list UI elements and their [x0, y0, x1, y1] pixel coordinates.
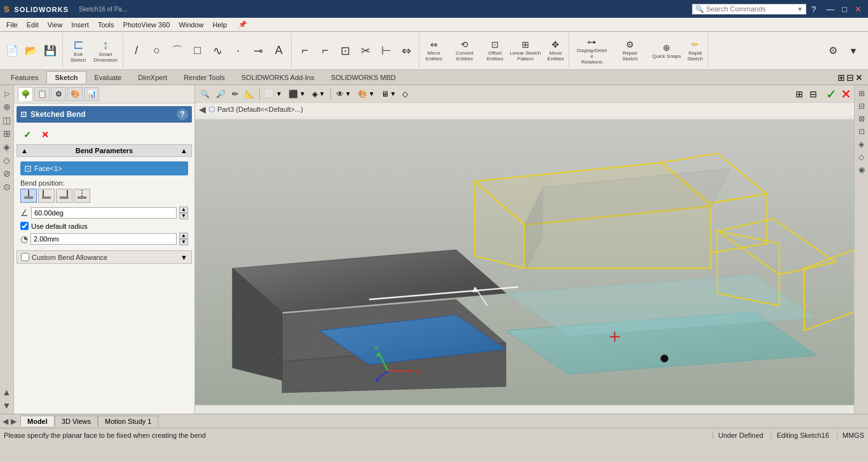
vp-scene-btn[interactable]: 🖥▼	[379, 88, 399, 100]
pin-button[interactable]: 📌	[234, 19, 251, 30]
vp-search-btn[interactable]: 🔍	[198, 88, 212, 100]
settings-button[interactable]: ⚙	[824, 43, 843, 58]
close-button[interactable]: ✕	[852, 4, 864, 14]
panel-tab-features[interactable]: 🌳	[18, 87, 33, 101]
ls-tool2[interactable]: ◫	[1, 114, 13, 126]
feature-help-icon[interactable]: ?	[177, 109, 188, 120]
bottom-nav-left[interactable]: ◀	[3, 417, 8, 426]
tab-sketch[interactable]: Sketch	[46, 71, 86, 83]
rs-btn-4[interactable]: ⊡	[856, 126, 867, 137]
rapid-sketch-button[interactable]: ✏ RapidSketch	[685, 38, 705, 63]
ls-tool6[interactable]: ⊘	[1, 168, 13, 179]
vp-view-btn[interactable]: ⬛▼	[286, 88, 308, 100]
tab-solidworks-mbd[interactable]: SOLIDWORKS MBD	[323, 71, 404, 83]
mirror-tool[interactable]: ⇔	[397, 43, 416, 59]
menu-window[interactable]: Window	[175, 20, 207, 30]
options-button[interactable]: ▼	[844, 44, 863, 57]
bottom-nav-right[interactable]: ▶	[11, 417, 17, 426]
panel-tab-custom[interactable]: 📊	[84, 87, 99, 101]
rs-btn-7[interactable]: ◉	[856, 164, 867, 175]
angle-up[interactable]: ▲	[179, 207, 188, 213]
open-button[interactable]: 📂	[22, 44, 41, 57]
custom-bend-checkbox[interactable]	[21, 253, 29, 261]
radius-input[interactable]	[31, 233, 177, 245]
expand-left-icon[interactable]: ⊞	[837, 72, 845, 83]
default-radius-checkbox[interactable]	[20, 222, 29, 230]
trim-tool[interactable]: ✂	[356, 43, 376, 59]
confirm-checkmark[interactable]: ✓	[826, 86, 837, 102]
offset-entities-button[interactable]: ⊡ OffsetEntities	[484, 38, 506, 63]
tab-dimxpert[interactable]: DimXpert	[130, 71, 175, 83]
text-tool[interactable]: A	[269, 43, 288, 58]
tab-features[interactable]: Features	[3, 71, 46, 83]
mirror-entities-button[interactable]: ⇔ MirrorEntities	[423, 38, 445, 63]
tab-render-tools[interactable]: Render Tools	[175, 71, 233, 83]
search-input[interactable]	[706, 5, 795, 13]
vp-view-selector[interactable]: ⊞	[793, 88, 806, 100]
save-button[interactable]: 💾	[41, 44, 60, 57]
bend-pos-3[interactable]	[56, 189, 72, 203]
vp-split-view[interactable]: ⊟	[807, 88, 820, 100]
close-panel-icon[interactable]: ✕	[855, 72, 863, 83]
repair-sketch-button[interactable]: ⚙ Repair Sketch	[611, 38, 648, 63]
new-button[interactable]: 📄	[3, 44, 22, 57]
display-delete-relations-button[interactable]: ⊶ Display/DeleteRelations	[573, 36, 610, 66]
ls-tool3[interactable]: ⊞	[1, 128, 13, 139]
tree-nav-left[interactable]: ◀	[199, 104, 206, 114]
offset-tool[interactable]: ⊡	[336, 43, 355, 59]
smart-dimension-button[interactable]: ↕ SmartDimension	[91, 37, 120, 64]
face-input[interactable]: ⊡ Face<1>	[20, 161, 188, 175]
panel-tab-properties[interactable]: 📋	[34, 87, 50, 101]
arc-tool[interactable]: ⌒	[168, 42, 187, 60]
menu-edit[interactable]: Edit	[23, 20, 43, 30]
circle-tool[interactable]: ○	[147, 43, 166, 58]
ls-bottom1[interactable]: ▲	[1, 386, 13, 398]
tab-solidworks-addins[interactable]: SOLIDWORKS Add-Ins	[233, 71, 323, 83]
rs-btn-1[interactable]: ⊞	[856, 88, 867, 99]
menu-help[interactable]: Help	[209, 20, 231, 30]
menu-photoview[interactable]: PhotoView 360	[119, 20, 174, 30]
bend-pos-4[interactable]	[74, 189, 90, 203]
radius-up[interactable]: ▲	[179, 233, 188, 239]
rect-tool[interactable]: □	[188, 43, 207, 58]
bend-parameters-header[interactable]: ▲ Bend Parameters ▲	[17, 144, 192, 157]
linear-sketch-pattern-button[interactable]: ⊞ Linear SketchPattern	[507, 38, 543, 63]
search-box[interactable]: 🔍 ▼	[692, 4, 806, 15]
convert-entities-button[interactable]: ⟲ Convert Entities	[446, 38, 483, 63]
cancel-button[interactable]: ✕	[38, 128, 52, 142]
btab-model[interactable]: Model	[20, 416, 55, 426]
rs-btn-5[interactable]: ◈	[856, 139, 867, 150]
point-tool[interactable]: ·	[229, 43, 248, 58]
chamfer-tool[interactable]: ⌐	[316, 43, 335, 58]
help-icon[interactable]: ?	[811, 4, 816, 14]
extend-tool[interactable]: ⊢	[377, 43, 396, 59]
vp-appearance-btn[interactable]: 🎨▼	[355, 88, 377, 100]
ls-bottom2[interactable]: ▼	[1, 400, 13, 411]
line-tool[interactable]: /	[127, 43, 146, 58]
exit-sketch-button[interactable]: ⊏ ExitSketch	[67, 37, 90, 64]
viewport-canvas[interactable]: X Y	[195, 116, 854, 409]
vp-orient-btn[interactable]: ◈▼	[309, 88, 328, 100]
ls-tool5[interactable]: ◇	[1, 154, 13, 166]
btab-3dviews[interactable]: 3D Views	[55, 416, 98, 426]
ls-expand-btn[interactable]: ▷	[1, 88, 13, 99]
angle-down[interactable]: ▼	[179, 213, 188, 219]
confirm-button[interactable]: ✓	[20, 128, 34, 142]
panel-tab-config[interactable]: ⚙	[51, 87, 66, 101]
menu-view[interactable]: View	[44, 20, 67, 30]
menu-tools[interactable]: Tools	[94, 20, 118, 30]
rs-btn-6[interactable]: ◇	[856, 151, 867, 163]
ls-tool1[interactable]: ⊕	[1, 101, 13, 112]
move-entities-button[interactable]: ✥ MoveEntities	[545, 38, 566, 63]
spline-tool[interactable]: ∿	[208, 43, 227, 59]
vp-hide-show-btn[interactable]: 👁▼	[334, 88, 354, 100]
btab-motion-study[interactable]: Motion Study 1	[98, 416, 158, 426]
tab-evaluate[interactable]: Evaluate	[86, 71, 130, 83]
rs-btn-2[interactable]: ⊟	[856, 100, 867, 112]
vp-render-btn[interactable]: ◇	[400, 88, 410, 100]
maximize-button[interactable]: □	[839, 4, 850, 14]
collapse-icon[interactable]: ⊟	[846, 72, 854, 83]
vp-zoom-btn[interactable]: 🔎	[214, 88, 228, 100]
quick-snaps-button[interactable]: ⊕ Quick Snaps	[649, 41, 683, 60]
menu-insert[interactable]: Insert	[67, 20, 93, 30]
